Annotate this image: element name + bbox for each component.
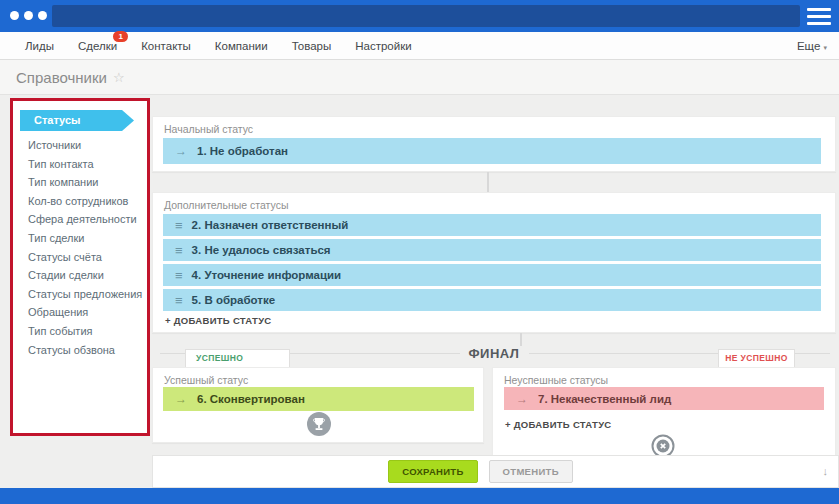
app-window: Лиды Сделки 1 Контакты Компании Товары Н…: [0, 0, 839, 504]
arrow-right-icon: →: [175, 392, 187, 406]
additional-status-list: ≡ 2. Назначен ответственный ≡ 3. Не удал…: [163, 214, 821, 311]
address-bar[interactable]: [52, 5, 800, 27]
nav-item-products[interactable]: Товары: [292, 40, 332, 52]
status-item-text: 5. В обработке: [192, 294, 275, 306]
drag-handle-icon[interactable]: ≡: [175, 218, 183, 233]
sidebar-item-invoice-statuses[interactable]: Статусы счёта: [13, 248, 147, 267]
success-status-label: Успешный статус: [164, 374, 248, 386]
page-header: Справочники ☆: [0, 60, 839, 95]
browser-top-bar: [0, 0, 839, 32]
sidebar-list: Источники Тип контакта Тип компании Кол-…: [13, 136, 147, 359]
sidebar-item-event-type[interactable]: Тип события: [13, 322, 147, 341]
nav-item-leads[interactable]: Лиды: [25, 40, 54, 52]
drag-handle-icon[interactable]: ≡: [175, 243, 183, 258]
save-button[interactable]: СОХРАНИТЬ: [388, 460, 477, 483]
sidebar-item-statuses-selected[interactable]: Статусы: [20, 110, 134, 131]
drag-handle-icon[interactable]: ≡: [175, 268, 183, 283]
nav-item-contacts[interactable]: Контакты: [141, 40, 191, 52]
sidebar-item-contact-type[interactable]: Тип контакта: [13, 155, 147, 174]
deals-count-badge: 1: [113, 31, 128, 42]
status-item-2[interactable]: ≡ 2. Назначен ответственный: [163, 214, 821, 236]
sidebar-item-call-statuses[interactable]: Статусы обзвона: [13, 341, 147, 360]
main-nav: Лиды Сделки 1 Контакты Компании Товары Н…: [0, 32, 839, 60]
sidebar-item-business-area[interactable]: Сфера деятельности: [13, 210, 147, 229]
status-item-text: 6. Сконвертирован: [197, 393, 305, 405]
flow-connector: [487, 172, 489, 192]
sidebar-item-deal-stages[interactable]: Стадии сделки: [13, 266, 147, 285]
sidebar-item-sources[interactable]: Источники: [13, 136, 147, 155]
status-item-1[interactable]: → 1. Не обработан: [163, 138, 821, 164]
fail-statuses-label: Неуспешные статусы: [504, 374, 608, 386]
sidebar-item-employee-count[interactable]: Кол-во сотрудников: [13, 192, 147, 211]
sidebar-item-requests[interactable]: Обращения: [13, 303, 147, 322]
trophy-icon: [307, 412, 331, 436]
status-item-text: 7. Некачественный лид: [538, 393, 671, 405]
scroll-down-icon[interactable]: ↓: [823, 465, 829, 477]
status-item-text: 4. Уточнение информации: [192, 269, 342, 281]
add-status-button[interactable]: + ДОБАВИТЬ СТАТУС: [505, 419, 612, 430]
arrow-right-icon: →: [175, 144, 187, 158]
sidebar-item-proposal-statuses[interactable]: Статусы предложения: [13, 285, 147, 304]
additional-statuses-panel: Дополнительные статусы ≡ 2. Назначен отв…: [152, 192, 836, 333]
initial-status-panel: Начальный статус → 1. Не обработан: [152, 116, 836, 172]
flow-connector: [520, 333, 522, 346]
sidebar-item-company-type[interactable]: Тип компании: [13, 173, 147, 192]
initial-status-label: Начальный статус: [164, 123, 253, 135]
page-title: Справочники: [16, 69, 107, 86]
status-item-7[interactable]: → 7. Некачественный лид: [504, 387, 824, 410]
status-item-5[interactable]: ≡ 5. В обработке: [163, 289, 821, 311]
status-item-6[interactable]: → 6. Сконвертирован: [163, 387, 474, 411]
nav-item-settings[interactable]: Настройки: [355, 40, 411, 52]
drag-handle-icon[interactable]: ≡: [175, 293, 183, 308]
status-item-text: 3. Не удалось связаться: [192, 244, 331, 256]
fail-statuses-panel: Неуспешные статусы → 7. Некачественный л…: [492, 367, 836, 458]
cancel-button[interactable]: ОТМЕНИТЬ: [489, 460, 573, 483]
additional-statuses-label: Дополнительные статусы: [164, 199, 288, 211]
status-item-text: 1. Не обработан: [197, 145, 288, 157]
add-status-button[interactable]: + ДОБАВИТЬ СТАТУС: [165, 315, 272, 326]
arrow-right-icon: →: [516, 392, 528, 406]
footer-bar: [0, 488, 839, 504]
success-status-panel: Успешный статус → 6. Сконвертирован: [152, 367, 484, 443]
tab-success[interactable]: УСПЕШНО: [185, 349, 290, 367]
favorite-star-icon[interactable]: ☆: [113, 70, 125, 85]
status-item-text: 2. Назначен ответственный: [192, 219, 349, 231]
action-bar: СОХРАНИТЬ ОТМЕНИТЬ ↓: [152, 455, 839, 488]
status-item-3[interactable]: ≡ 3. Не удалось связаться: [163, 239, 821, 261]
nav-item-deals[interactable]: Сделки 1: [78, 40, 117, 52]
nav-item-more[interactable]: Еще ▾: [797, 40, 827, 52]
tab-not-success[interactable]: НЕ УСПЕШНО: [718, 349, 795, 367]
nav-item-companies[interactable]: Компании: [215, 40, 268, 52]
sidebar-item-deal-type[interactable]: Тип сделки: [13, 229, 147, 248]
chevron-down-icon: ▾: [823, 44, 827, 51]
status-item-4[interactable]: ≡ 4. Уточнение информации: [163, 264, 821, 286]
annotation-highlight-sidebar: Статусы Источники Тип контакта Тип компа…: [10, 98, 150, 436]
window-controls-icon[interactable]: [10, 11, 47, 20]
hamburger-menu-icon[interactable]: [807, 8, 831, 25]
